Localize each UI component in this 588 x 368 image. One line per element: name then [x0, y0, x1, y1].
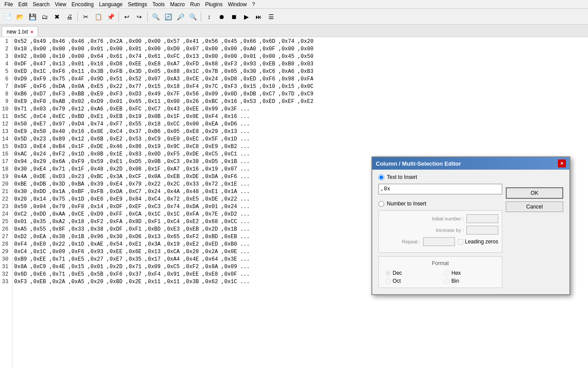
menu-search[interactable]: Search: [30, 0, 52, 8]
initial-number-input[interactable]: [466, 214, 498, 223]
tab-new1[interactable]: new 1.txt ×: [2, 26, 38, 37]
format-dec-label: Dec: [393, 270, 402, 276]
format-hex-radio[interactable]: [444, 270, 450, 276]
toolbar-sep-1: [77, 12, 78, 22]
close-doc-button[interactable]: ✖: [51, 11, 63, 23]
code-line: 0x0F ,0xF6 ,0xDA ,0x0A ,0xE5 ,0x22 ,0x77…: [14, 83, 586, 91]
line-number: 18: [2, 166, 8, 173]
paste-button[interactable]: 📌: [105, 11, 116, 23]
leading-zeros-checkbox[interactable]: [458, 239, 463, 245]
line-number: 5: [2, 68, 8, 76]
line-number: 14: [2, 136, 8, 143]
menu-macro[interactable]: Macro: [168, 0, 187, 8]
toolbar-sep-4: [201, 12, 201, 22]
print-button[interactable]: 🖨: [64, 11, 75, 23]
save-button[interactable]: 💾: [27, 11, 38, 23]
initial-number-row: Initial number :: [382, 214, 498, 223]
menu-help[interactable]: ?: [249, 0, 258, 8]
format-title: Format: [385, 260, 496, 266]
zoom-in-button[interactable]: 🔎: [175, 11, 186, 23]
dialog-buttons: OK Cancel: [506, 174, 563, 288]
text-to-insert-radio[interactable]: [378, 175, 384, 180]
line-number: 24: [2, 211, 8, 218]
save-all-button[interactable]: 🗂: [39, 11, 50, 23]
redo-button[interactable]: ↪: [134, 11, 145, 23]
macro-record-button[interactable]: ⏺: [216, 11, 227, 23]
tab-close-icon[interactable]: ×: [31, 29, 33, 34]
increase-by-row: Increase by :: [382, 226, 498, 235]
ok-button[interactable]: OK: [506, 187, 563, 199]
undo-button[interactable]: ↩: [121, 11, 133, 23]
menu-window[interactable]: Window: [225, 0, 249, 8]
dialog-close-button[interactable]: ×: [558, 159, 566, 167]
line-number: 32: [2, 271, 8, 278]
menu-edit[interactable]: Edit: [15, 0, 30, 8]
repeat-row: Repeat : Leading zeros: [382, 237, 498, 246]
line-numbers: 1234567891011121314151617181920212223242…: [0, 37, 12, 368]
format-bin-radio[interactable]: [444, 278, 450, 284]
number-section: Initial number : Increase by : Repeat :: [378, 210, 502, 253]
menu-file[interactable]: File: [2, 0, 15, 8]
menu-encoding[interactable]: Encoding: [69, 0, 96, 8]
code-line: 0x52 ,0x49 ,0x46 ,0x46 ,0x76 ,0x2A ,0x00…: [14, 38, 586, 46]
line-number: 17: [2, 158, 8, 166]
format-bin-label: Bin: [451, 278, 459, 284]
line-number: 8: [2, 91, 8, 98]
line-number: 12: [2, 121, 8, 128]
format-hex-label: Hex: [451, 270, 461, 276]
dialog-title-text: Column / Multi-Selection Editor: [376, 160, 461, 167]
format-oct-radio[interactable]: [385, 278, 391, 284]
macro-play-button[interactable]: ▶: [241, 11, 252, 23]
leading-zeros-label: Leading zeros: [465, 239, 498, 245]
macro-stop-button[interactable]: ⏹: [228, 11, 240, 23]
text-to-insert-label: Text to Insert: [387, 174, 417, 180]
format-section: Format Dec Hex: [378, 256, 502, 288]
repeat-label: Repeat :: [402, 239, 420, 244]
copy-button[interactable]: 📋: [92, 11, 104, 23]
menu-plugins[interactable]: Plugins: [202, 0, 225, 8]
line-number: 3: [2, 53, 8, 61]
indent-button[interactable]: ↕: [203, 11, 215, 23]
find-button[interactable]: 🔍: [150, 11, 161, 23]
number-to-insert-label: Number to Insert: [387, 201, 426, 207]
text-insert-input[interactable]: [378, 184, 502, 194]
menu-view[interactable]: View: [52, 0, 69, 8]
menu-settings[interactable]: Settings: [125, 0, 149, 8]
number-to-insert-radio[interactable]: [378, 201, 384, 207]
column-editor-dialog: Column / Multi-Selection Editor × Text t…: [371, 156, 570, 295]
line-number: 29: [2, 248, 8, 256]
line-number: 6: [2, 76, 8, 83]
line-number: 15: [2, 143, 8, 151]
sync-button[interactable]: ☰: [265, 11, 277, 23]
new-button[interactable]: 📄: [2, 11, 13, 23]
repeat-input[interactable]: [423, 237, 455, 246]
zoom-out-button[interactable]: 🔍: [187, 11, 199, 23]
line-number: 30: [2, 256, 8, 263]
menu-language[interactable]: Language: [96, 0, 125, 8]
macro-playall-button[interactable]: ⏭: [253, 11, 264, 23]
dialog-left: Text to Insert Number to Insert In: [378, 174, 502, 288]
format-oct-row: Oct: [385, 278, 437, 284]
menu-run[interactable]: Run: [187, 0, 202, 8]
dialog-title-bar[interactable]: Column / Multi-Selection Editor ×: [372, 157, 569, 170]
cut-button[interactable]: ✂: [80, 11, 92, 23]
tab-label: new 1.txt: [7, 29, 28, 35]
code-line: 0xB6 ,0xD7 ,0xF3 ,0xBB ,0xE0 ,0xF3 ,0xD3…: [14, 91, 586, 98]
line-number: 27: [2, 233, 8, 241]
line-number: 19: [2, 173, 8, 181]
code-line: 0xE9 ,0x50 ,0x40 ,0x16 ,0x8E ,0xC4 ,0x37…: [14, 128, 586, 136]
code-line: 0xD9 ,0xF9 ,0x75 ,0x4F ,0x9D ,0x51 ,0x52…: [14, 76, 586, 83]
code-line: 0xE9 ,0xF0 ,0xAB ,0x02 ,0xD9 ,0x01 ,0x65…: [14, 98, 586, 106]
code-line: 0x10 ,0x00 ,0x00 ,0x00 ,0x01 ,0x00 ,0x01…: [14, 46, 586, 53]
open-button[interactable]: 📂: [14, 11, 26, 23]
replace-button[interactable]: 🔄: [162, 11, 174, 23]
menu-tools[interactable]: Tools: [150, 0, 168, 8]
line-number: 23: [2, 203, 8, 211]
cancel-button[interactable]: Cancel: [506, 201, 563, 212]
leading-zeros-row: Leading zeros: [458, 239, 498, 245]
line-number: 20: [2, 181, 8, 188]
increase-by-input[interactable]: [466, 226, 498, 235]
line-number: 16: [2, 151, 8, 158]
format-dec-radio[interactable]: [385, 270, 391, 276]
format-dec-row: Dec: [385, 270, 437, 276]
